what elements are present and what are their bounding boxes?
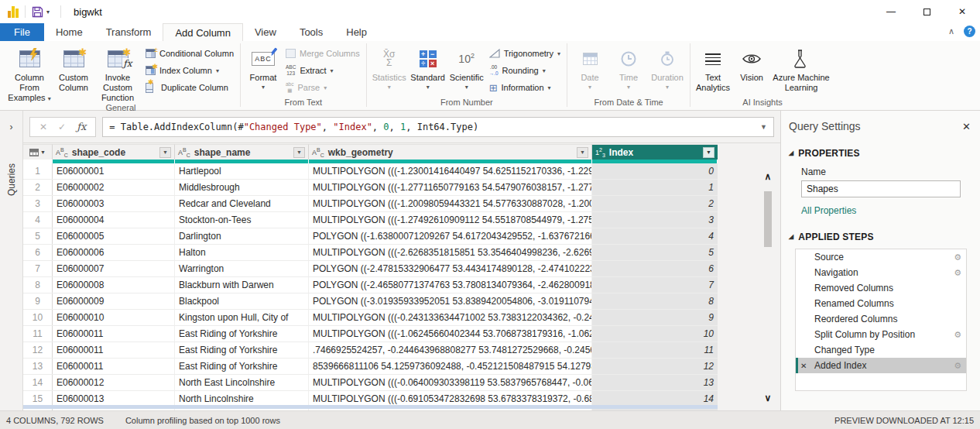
custom-column-button[interactable]: ✱ Custom Column — [54, 43, 93, 93]
formula-input[interactable]: = Table.AddIndexColumn(#"Changed Type", … — [102, 117, 774, 137]
table-cell[interactable]: POLYGON ((-2.47815332906477 53.443417489… — [309, 261, 592, 276]
table-cell[interactable]: East Riding of Yorkshire — [175, 326, 309, 341]
table-cell[interactable]: 9 — [592, 310, 718, 325]
azure-machine-learning-button[interactable]: Azure Machine Learning — [771, 43, 831, 93]
table-row[interactable]: 13E06000011East Riding of Yorkshire85396… — [23, 359, 718, 375]
table-cell[interactable]: 7 — [592, 277, 718, 293]
row-number-cell[interactable]: 5 — [23, 228, 53, 244]
table-cell[interactable]: North East Lincolnshire — [175, 375, 309, 390]
properties-section-header[interactable]: ◢ PROPERTIES — [789, 148, 980, 159]
table-cell[interactable]: E06000013 — [53, 391, 175, 407]
trigonometry-button[interactable]: Trigonometry ▾ — [489, 47, 560, 60]
table-cell[interactable]: E06000011 — [53, 342, 175, 358]
table-row[interactable]: 8E06000008Blackburn with DarwenPOLYGON (… — [23, 277, 718, 293]
applied-steps-section-header[interactable]: ◢ APPLIED STEPS — [789, 232, 980, 242]
expand-queries-icon[interactable]: › — [0, 122, 22, 132]
table-cell[interactable]: POLYGON ((-3.01935933952051 53.838942005… — [309, 293, 592, 309]
scrollbar-thumb[interactable] — [764, 191, 772, 247]
table-cell[interactable]: E06000007 — [53, 261, 175, 276]
table-cell[interactable]: E06000011 — [53, 359, 175, 374]
table-cell[interactable]: MULTIPOLYGON (((-1.06245660402344 53.706… — [309, 326, 592, 341]
table-cell[interactable]: MULTIPOLYGON (((-1.27492610909112 54.551… — [309, 212, 592, 228]
table-cell[interactable]: E06000011 — [53, 326, 175, 341]
table-row[interactable]: 3E06000003Redcar and ClevelandMULTIPOLYG… — [23, 196, 718, 212]
tab-home[interactable]: Home — [44, 23, 94, 41]
table-row[interactable]: 11E06000011East Riding of YorkshireMULTI… — [23, 326, 718, 342]
table-cell[interactable]: 10 — [592, 326, 718, 341]
row-number-cell[interactable]: 1 — [23, 163, 53, 179]
table-cell[interactable]: 3 — [592, 212, 718, 228]
filter-dropdown-icon[interactable]: ▼ — [293, 147, 305, 158]
table-cell[interactable]: MULTIPOLYGON (((-0.064009303398119 53.58… — [309, 375, 592, 390]
row-number-cell[interactable]: 12 — [23, 342, 53, 358]
close-panel-icon[interactable]: ✕ — [962, 121, 971, 132]
step-settings-gear-icon[interactable]: ⚙ — [954, 252, 961, 263]
filter-dropdown-icon[interactable]: ▼ — [703, 147, 714, 158]
row-number-cell[interactable]: 4 — [23, 212, 53, 228]
table-cell[interactable]: 12 — [592, 359, 718, 374]
table-cell[interactable]: POLYGON ((-1.63800071209267 54.617204342… — [309, 228, 592, 244]
table-cell[interactable]: 13 — [592, 375, 718, 390]
merge-columns-button[interactable]: Merge Columns — [286, 47, 360, 60]
horizontal-scrollbar[interactable] — [23, 405, 718, 409]
table-cell[interactable]: 4 — [592, 228, 718, 244]
table-cell[interactable]: MULTIPOLYGON (((-1.23001416440497 54.625… — [309, 163, 592, 179]
formula-expand-icon[interactable]: ▼ — [760, 123, 767, 131]
tab-file[interactable]: File — [0, 23, 44, 41]
standard-button[interactable]: +−÷× Standard ▾ — [409, 43, 447, 91]
table-row[interactable]: 4E06000004Stockton-on-TeesMULTIPOLYGON (… — [23, 212, 718, 228]
table-row[interactable]: 2E06000002MiddlesbroughMULTIPOLYGON (((-… — [23, 180, 718, 196]
table-cell[interactable]: Middlesbrough — [175, 180, 309, 195]
row-number-cell[interactable]: 15 — [23, 391, 53, 407]
index-column-button[interactable]: ✱ Index Column ▾ — [146, 64, 234, 77]
table-row[interactable]: 1E06000001HartlepoolMULTIPOLYGON (((-1.2… — [23, 163, 718, 180]
table-row[interactable]: 5E06000005DarlingtonPOLYGON ((-1.6380007… — [23, 228, 718, 245]
step-settings-gear-icon[interactable]: ⚙ — [954, 330, 961, 340]
table-cell[interactable]: MULTIPOLYGON (((-1.20098059443321 54.577… — [309, 196, 592, 211]
vision-button[interactable]: Vision — [732, 43, 771, 83]
table-row[interactable]: 14E06000012North East LincolnshireMULTIP… — [23, 375, 718, 391]
table-cell[interactable]: 0 — [592, 163, 718, 179]
table-cell[interactable]: Kingston upon Hull, City of — [175, 310, 309, 325]
duplicate-column-button[interactable]: ✱ Duplicate Column — [146, 81, 234, 94]
maximize-button[interactable] — [909, 0, 944, 23]
applied-step-navigation[interactable]: Navigation⚙ — [796, 265, 966, 280]
step-settings-gear-icon[interactable]: ⚙ — [954, 361, 961, 371]
row-number-cell[interactable]: 7 — [23, 261, 53, 276]
row-number-cell[interactable]: 10 — [23, 310, 53, 325]
delete-step-icon[interactable]: ✕ — [800, 362, 807, 370]
applied-step-added-index[interactable]: ✕Added Index⚙ — [796, 358, 966, 373]
table-cell[interactable]: 14 — [592, 391, 718, 407]
table-row[interactable]: 9E06000009BlackpoolPOLYGON ((-3.01935933… — [23, 293, 718, 310]
parse-button[interactable]: abc▦ Parse ▾ — [286, 81, 360, 94]
duration-button[interactable]: Duration ▾ — [648, 43, 687, 91]
statistics-button[interactable]: X̄σΣ Statistics ▾ — [370, 43, 409, 91]
row-number-cell[interactable]: 13 — [23, 359, 53, 374]
scientific-button[interactable]: 102 Scientific ▾ — [447, 43, 486, 91]
table-cell[interactable]: Redcar and Cleveland — [175, 196, 309, 211]
quick-access-dropdown-icon[interactable]: ▾ — [46, 9, 50, 15]
row-number-cell[interactable]: 14 — [23, 375, 53, 390]
table-cell[interactable]: 8539666811106 54.1259736092488, -0.45212… — [309, 359, 592, 374]
row-number-cell[interactable]: 3 — [23, 196, 53, 211]
all-properties-link[interactable]: All Properties — [801, 205, 980, 216]
column-header-index-selected[interactable]: 123 Index ▼ — [592, 144, 718, 160]
table-cell[interactable]: .7466925524257, -0.244643968808277 53.74… — [309, 342, 592, 358]
table-cell[interactable]: North Lincolnshire — [175, 391, 309, 407]
rounding-button[interactable]: .00→.0 Rounding ▾ — [489, 64, 560, 77]
format-button[interactable]: ABC Format ▾ — [244, 43, 283, 91]
table-cell[interactable]: E06000009 — [53, 293, 175, 309]
extract-button[interactable]: ABC123 Extract ▾ — [286, 64, 360, 77]
invoke-custom-function-button[interactable]: ✱ƒx Invoke Custom Function — [93, 43, 142, 103]
collapse-ribbon-icon[interactable]: ∧ — [948, 26, 954, 36]
table-cell[interactable]: Blackburn with Darwen — [175, 277, 309, 293]
table-cell[interactable]: POLYGON ((-2.46580771374763 53.780813407… — [309, 277, 592, 293]
table-row[interactable]: 7E06000007WarringtonPOLYGON ((-2.4781533… — [23, 261, 718, 277]
table-cell[interactable]: 5 — [592, 245, 718, 260]
table-cell[interactable]: 2 — [592, 196, 718, 211]
applied-step-renamed-columns[interactable]: Renamed Columns — [796, 296, 966, 311]
row-number-cell[interactable]: 2 — [23, 180, 53, 195]
scroll-down-icon[interactable]: ∨ — [762, 393, 774, 403]
fx-icon[interactable]: ƒx — [77, 121, 86, 132]
column-header-wkb-geometry[interactable]: ABC wkb_geometry ▼ — [309, 144, 592, 160]
